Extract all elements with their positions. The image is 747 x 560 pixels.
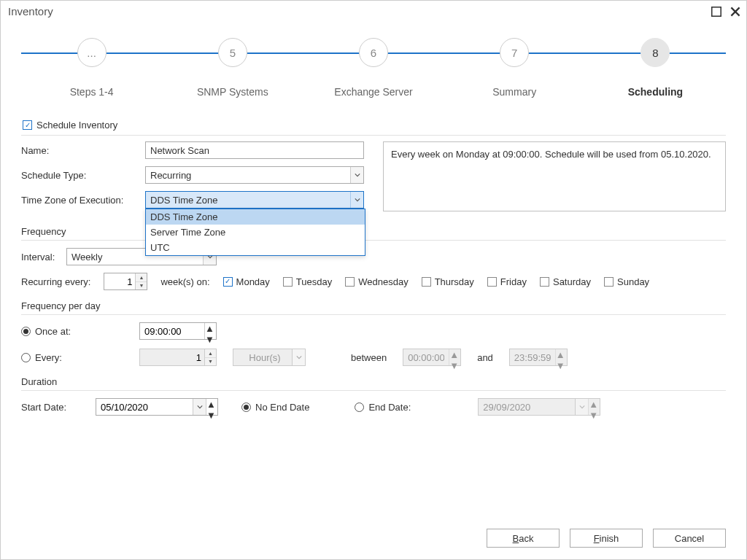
every-unit-value: Hour(s) bbox=[238, 352, 292, 363]
day-saturday[interactable]: ✓Saturday bbox=[540, 276, 591, 287]
step-label: Exchange Server bbox=[303, 86, 444, 98]
finish-label-rest: inish bbox=[600, 533, 619, 544]
end-date-input bbox=[479, 399, 575, 415]
schedule-type-value: Recurring bbox=[150, 170, 191, 181]
day-friday[interactable]: ✓Friday bbox=[487, 276, 527, 287]
no-end-date-radio[interactable]: No End Date bbox=[241, 402, 309, 413]
spin-down-icon[interactable]: ▼ bbox=[136, 282, 147, 290]
spin-down-icon: ▼ bbox=[205, 358, 216, 366]
recurring-every-spinner[interactable]: ▲▼ bbox=[104, 273, 147, 290]
svg-rect-0 bbox=[712, 7, 721, 16]
start-date-input[interactable] bbox=[96, 399, 193, 415]
schedule-inventory-label: Schedule Inventory bbox=[36, 120, 117, 131]
step-label: Scheduling bbox=[585, 86, 726, 98]
timezone-option[interactable]: UTC bbox=[146, 240, 365, 255]
cancel-button[interactable]: Cancel bbox=[653, 529, 726, 548]
step-1-4[interactable]: ... Steps 1-4 bbox=[21, 35, 162, 98]
timezone-combo[interactable]: DDS Time Zone DDS Time Zone Server Time … bbox=[145, 191, 364, 209]
maximize-icon[interactable] bbox=[711, 7, 721, 17]
spin-down-icon: ▼ bbox=[589, 410, 600, 421]
chevron-down-icon bbox=[350, 167, 363, 183]
between-label: between bbox=[351, 352, 387, 363]
timezone-option[interactable]: DDS Time Zone bbox=[146, 209, 365, 225]
schedule-type-label: Schedule Type: bbox=[21, 170, 145, 181]
once-at-radio[interactable]: Once at: bbox=[21, 326, 123, 337]
every-spinner: ▲▼ bbox=[139, 349, 217, 366]
timezone-dropdown: DDS Time Zone Server Time Zone UTC bbox=[145, 209, 365, 256]
spin-up-icon[interactable]: ▲ bbox=[206, 399, 217, 410]
chevron-down-icon[interactable] bbox=[193, 399, 206, 415]
spin-down-icon: ▼ bbox=[449, 360, 460, 371]
day-tuesday[interactable]: ✓Tuesday bbox=[283, 276, 332, 287]
spin-up-icon: ▲ bbox=[556, 349, 567, 360]
inventory-window: Inventory ... Steps 1-4 5 SNMP Systems bbox=[0, 0, 747, 560]
spin-down-icon[interactable]: ▼ bbox=[206, 410, 217, 421]
step-label: SNMP Systems bbox=[162, 86, 303, 98]
once-at-time[interactable]: ▲▼ bbox=[139, 322, 217, 340]
spin-up-icon[interactable]: ▲ bbox=[205, 323, 216, 334]
frequency-header: Frequency bbox=[21, 226, 726, 237]
schedule-type-combo[interactable]: Recurring bbox=[145, 166, 364, 184]
between-to-input bbox=[510, 349, 555, 365]
step-circle: 7 bbox=[500, 38, 529, 67]
day-monday[interactable]: ✓Monday bbox=[223, 276, 270, 287]
back-button[interactable]: Back bbox=[487, 529, 560, 548]
step-circle: 6 bbox=[359, 38, 388, 67]
step-label: Summary bbox=[444, 86, 585, 98]
timezone-value: DDS Time Zone bbox=[150, 195, 217, 206]
step-scheduling[interactable]: 8 Scheduling bbox=[585, 35, 726, 98]
step-exchange[interactable]: 6 Exchange Server bbox=[303, 35, 444, 98]
spin-up-icon: ▲ bbox=[589, 399, 600, 410]
freq-per-day-header: Frequency per day bbox=[21, 300, 726, 311]
duration-header: Duration bbox=[21, 376, 726, 387]
chevron-down-icon bbox=[350, 192, 363, 208]
spin-down-icon[interactable]: ▼ bbox=[205, 334, 216, 345]
between-to-time: ▲▼ bbox=[509, 349, 568, 366]
step-snmp[interactable]: 5 SNMP Systems bbox=[162, 35, 303, 98]
every-unit-combo: Hour(s) bbox=[233, 349, 306, 366]
titlebar: Inventory bbox=[1, 1, 746, 20]
timezone-option[interactable]: Server Time Zone bbox=[146, 225, 365, 240]
step-circle: 8 bbox=[640, 38, 670, 67]
schedule-inventory-row: ✓ Schedule Inventory bbox=[23, 120, 726, 131]
end-date-radio[interactable]: End Date: bbox=[355, 402, 411, 413]
end-date-picker: ▲▼ bbox=[478, 398, 600, 416]
day-thursday[interactable]: ✓Thursday bbox=[422, 276, 474, 287]
between-from-input bbox=[403, 349, 449, 365]
spin-up-icon: ▲ bbox=[205, 349, 216, 358]
start-date-picker[interactable]: ▲▼ bbox=[96, 398, 218, 416]
spin-up-icon: ▲ bbox=[449, 349, 460, 360]
once-at-input[interactable] bbox=[140, 323, 204, 339]
spin-down-icon: ▼ bbox=[556, 360, 567, 371]
chevron-down-icon bbox=[292, 349, 305, 365]
day-wednesday[interactable]: ✓Wednesday bbox=[345, 276, 408, 287]
step-label: Steps 1-4 bbox=[21, 86, 162, 98]
recurring-unit-label: week(s) on: bbox=[160, 276, 209, 287]
timezone-label: Time Zone of Execution: bbox=[21, 195, 145, 206]
interval-value: Weekly bbox=[71, 252, 102, 262]
back-label-rest: ack bbox=[519, 533, 533, 544]
name-input[interactable] bbox=[145, 141, 364, 159]
schedule-inventory-checkbox[interactable]: ✓ bbox=[23, 120, 32, 130]
name-label: Name: bbox=[21, 145, 145, 156]
every-radio[interactable]: Every: bbox=[21, 352, 123, 363]
interval-label: Interval: bbox=[21, 252, 66, 262]
every-input bbox=[140, 349, 204, 365]
recurring-every-input[interactable] bbox=[104, 273, 135, 289]
close-icon[interactable] bbox=[730, 7, 740, 17]
spin-up-icon[interactable]: ▲ bbox=[136, 273, 147, 282]
wizard-footer: Back Finish Cancel bbox=[487, 529, 726, 548]
step-circle: 5 bbox=[218, 38, 247, 67]
day-sunday[interactable]: ✓Sunday bbox=[604, 276, 649, 287]
step-circle: ... bbox=[77, 38, 107, 67]
finish-button[interactable]: Finish bbox=[570, 529, 643, 548]
step-summary[interactable]: 7 Summary bbox=[444, 35, 585, 98]
window-title: Inventory bbox=[8, 5, 53, 18]
recurring-every-label: Recurring every: bbox=[21, 276, 90, 287]
and-label: and bbox=[477, 352, 493, 363]
chevron-down-icon bbox=[575, 399, 588, 415]
schedule-description: Every week on Monday at 09:00:00. Schedu… bbox=[383, 141, 726, 211]
between-from-time: ▲▼ bbox=[403, 349, 461, 366]
wizard-stepper: ... Steps 1-4 5 SNMP Systems 6 Exchange … bbox=[21, 35, 726, 115]
start-date-label: Start Date: bbox=[21, 402, 80, 413]
